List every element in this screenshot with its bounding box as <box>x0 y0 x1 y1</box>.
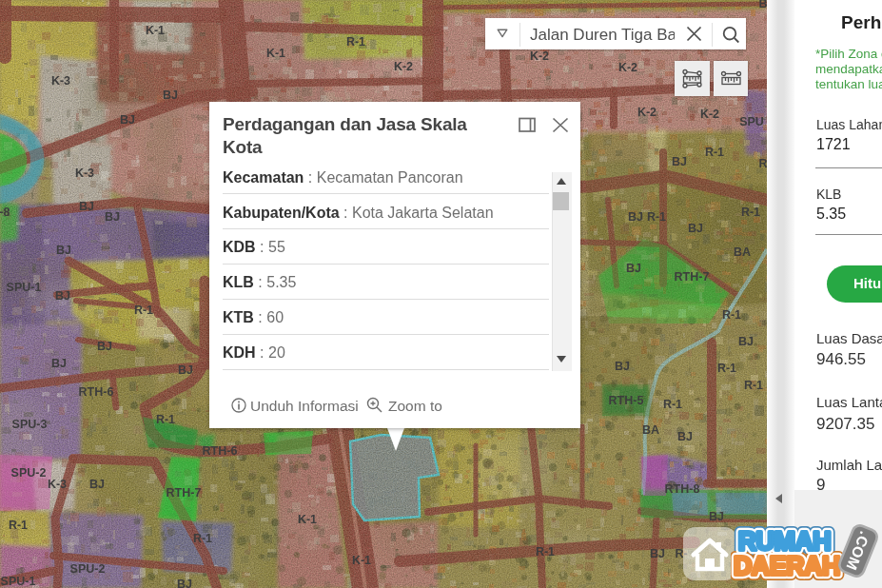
svg-text:R-1: R-1 <box>705 146 724 159</box>
svg-text:BJ: BJ <box>97 340 112 353</box>
svg-text:SPU-2: SPU-2 <box>11 466 47 480</box>
svg-text:BA: BA <box>734 245 751 259</box>
svg-text:K-1: K-1 <box>146 24 165 37</box>
svg-text:RTH-7: RTH-7 <box>675 270 710 284</box>
svg-text:RTH-6: RTH-6 <box>79 385 114 399</box>
svg-text:RTH-8: RTH-8 <box>0 206 10 219</box>
svg-text:BJ: BJ <box>178 363 193 377</box>
svg-text:K-2: K-2 <box>530 49 549 63</box>
svg-text:BJ: BJ <box>677 430 693 443</box>
svg-text:R-1: R-1 <box>536 545 555 559</box>
svg-text:BJ: BJ <box>56 244 71 257</box>
svg-text:BJ: BJ <box>177 578 192 588</box>
svg-text:BJ: BJ <box>51 357 67 370</box>
svg-text:R-1: R-1 <box>744 379 763 392</box>
svg-text:DAERAH: DAERAH <box>734 550 840 580</box>
svg-text:BJ: BJ <box>688 222 703 235</box>
svg-text:K-3: K-3 <box>48 478 67 491</box>
svg-text:BJ: BJ <box>672 155 687 168</box>
svg-text:RTH-7: RTH-7 <box>167 486 202 500</box>
svg-text:BJ: BJ <box>709 510 724 523</box>
svg-text:BJ: BJ <box>89 478 105 491</box>
svg-text:BJ: BJ <box>615 360 630 373</box>
svg-text:SPU-2: SPU-2 <box>70 562 106 576</box>
svg-text:BJ: BJ <box>120 113 135 127</box>
svg-text:R-1: R-1 <box>193 532 212 545</box>
svg-text:BJ: BJ <box>738 335 754 348</box>
svg-text:K-1: K-1 <box>266 47 285 60</box>
svg-text:K-2: K-2 <box>394 60 413 73</box>
svg-text:RTH-5: RTH-5 <box>609 394 644 407</box>
svg-text:R-1: R-1 <box>647 210 666 224</box>
svg-text:SPU-1: SPU-1 <box>7 281 42 294</box>
svg-text:R-1: R-1 <box>156 413 175 426</box>
svg-text:BJ: BJ <box>628 210 643 224</box>
svg-text:BJ: BJ <box>626 262 641 275</box>
svg-text:BJ: BJ <box>79 200 94 213</box>
svg-text:BJ: BJ <box>163 88 178 102</box>
svg-text:R-1: R-1 <box>663 398 682 411</box>
svg-text:RTH-8: RTH-8 <box>665 482 700 496</box>
svg-text:K-2: K-2 <box>700 108 719 121</box>
svg-text:K-3: K-3 <box>75 167 94 180</box>
svg-text:SPU-1: SPU-1 <box>1 575 36 588</box>
svg-text:R-1: R-1 <box>717 362 736 375</box>
svg-text:R-1: R-1 <box>9 519 28 532</box>
svg-text:K-1: K-1 <box>298 513 317 526</box>
svg-text:RTH-6: RTH-6 <box>203 444 238 458</box>
svg-text:K-2: K-2 <box>637 106 657 119</box>
svg-text:R-1: R-1 <box>346 35 365 49</box>
svg-text:K-3: K-3 <box>51 74 70 88</box>
svg-text:SPU-3: SPU-3 <box>12 418 48 431</box>
svg-text:BJ: BJ <box>105 210 120 224</box>
svg-text:R-1: R-1 <box>741 206 760 219</box>
svg-text:K-2: K-2 <box>618 61 637 74</box>
svg-text:BJ: BJ <box>55 289 70 303</box>
svg-text:BA: BA <box>642 423 659 437</box>
svg-text:R-1: R-1 <box>722 308 741 322</box>
svg-text:R-1: R-1 <box>134 304 153 317</box>
svg-text:K-1: K-1 <box>352 554 371 567</box>
svg-text:BJ: BJ <box>650 547 665 560</box>
svg-text:SPU: SPU <box>739 115 764 128</box>
